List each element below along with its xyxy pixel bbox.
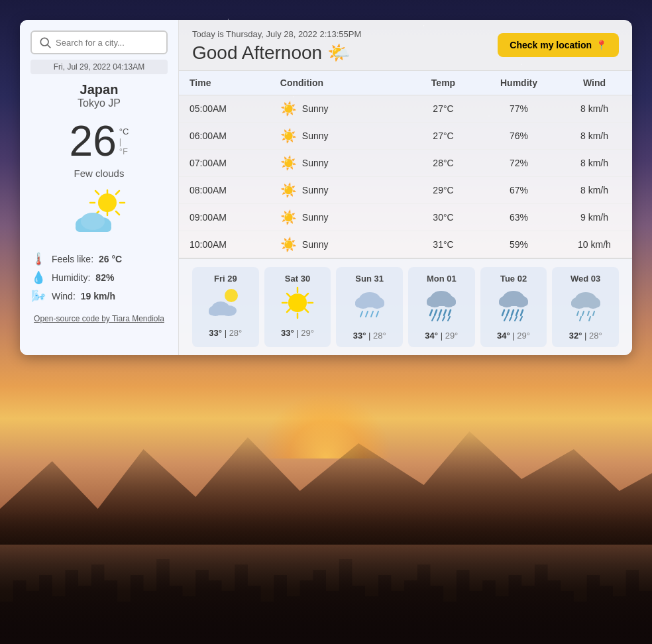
hourly-wind: 8 km/h	[557, 95, 632, 123]
city-name: Tokyo JP	[78, 97, 121, 109]
forecast-high: 33°	[209, 328, 222, 338]
temp-separator: |	[441, 331, 445, 341]
check-location-button[interactable]: Check my location 📍	[498, 33, 619, 57]
svg-line-35	[366, 311, 368, 317]
svg-line-57	[512, 310, 514, 315]
humidity-stat: 💧 Humidity: 82%	[30, 270, 168, 285]
forecast-card: Sat 30 33° | 29°	[264, 267, 331, 347]
hourly-condition: ☀️ Sunny	[270, 231, 406, 258]
forecast-low: 29°	[445, 331, 459, 341]
right-panel: Today is Thursday, July 28, 2022 2:13:55…	[179, 20, 632, 355]
svg-line-45	[444, 310, 446, 315]
svg-line-8	[116, 211, 119, 215]
hourly-temp: 29°C	[406, 177, 481, 204]
search-container[interactable]	[30, 30, 168, 54]
forecast-day-label: Mon 01	[427, 274, 457, 284]
svg-point-0	[40, 38, 48, 46]
condition-icon: ☀️	[280, 237, 297, 252]
hourly-row: 09:00AM ☀️ Sunny 30°C 63% 9 km/h	[179, 204, 632, 231]
svg-line-49	[443, 317, 445, 321]
city-silhouette	[0, 511, 652, 644]
hourly-time: 10:00AM	[179, 231, 270, 258]
hourly-row: 07:00AM ☀️ Sunny 28°C 72% 8 km/h	[179, 150, 632, 177]
hourly-temp: 27°C	[406, 123, 481, 150]
right-header: Today is Thursday, July 28, 2022 2:13:55…	[179, 20, 632, 70]
hourly-time: 06:00AM	[179, 123, 270, 150]
temperature-value: 26	[70, 120, 117, 162]
svg-line-50	[448, 317, 450, 321]
forecast-day-label: Sun 31	[355, 274, 384, 284]
col-header-time: Time	[179, 71, 270, 95]
hourly-time: 09:00AM	[179, 204, 270, 231]
attribution-link[interactable]: Open-source code by Tiara Mendiola	[34, 314, 164, 323]
forecast-day-label: Tue 02	[500, 274, 527, 284]
svg-line-70	[588, 311, 589, 315]
humidity-label: Humidity:	[52, 272, 90, 283]
condition-text: Sunny	[302, 158, 329, 168]
hourly-condition: ☀️ Sunny	[270, 177, 406, 204]
hourly-row: 08:00AM ☀️ Sunny 29°C 67% 8 km/h	[179, 177, 632, 204]
condition-text: Sunny	[302, 239, 329, 250]
col-header-condition: Condition	[270, 71, 406, 95]
unit-separator: |	[119, 136, 129, 146]
svg-line-44	[439, 310, 441, 315]
datetime-badge: Fri, Jul 29, 2022 04:13AM	[30, 60, 168, 74]
hourly-condition: ☀️ Sunny	[270, 95, 406, 123]
feels-like-value: 26 °C	[99, 254, 122, 264]
svg-point-15	[81, 213, 105, 230]
forecast-high: 34°	[425, 331, 438, 341]
search-icon	[38, 36, 52, 49]
svg-line-37	[376, 311, 378, 317]
svg-line-26	[287, 294, 290, 297]
svg-line-9	[116, 191, 119, 194]
greeting-area: Today is Thursday, July 28, 2022 2:13:55…	[192, 29, 361, 64]
hourly-humidity: 59%	[481, 231, 557, 258]
forecast-card: Fri 29 33° | 28°	[192, 267, 259, 347]
forecast-high: 33°	[281, 328, 294, 338]
svg-line-58	[516, 310, 518, 315]
svg-line-48	[437, 317, 439, 321]
svg-rect-41	[427, 299, 456, 306]
condition-icon: ☀️	[280, 101, 297, 117]
wind-stat: 🌬️ Wind: 19 km/h	[30, 289, 168, 303]
svg-line-47	[432, 317, 434, 321]
stats-panel: 🌡️ Feels like: 26 °C 💧 Humidity: 82% 🌬️ …	[30, 252, 168, 303]
svg-line-61	[510, 317, 512, 321]
svg-line-46	[449, 310, 451, 315]
svg-rect-20	[209, 309, 235, 315]
temp-separator: |	[368, 331, 373, 341]
hourly-condition: ☀️ Sunny	[270, 150, 406, 177]
svg-point-21	[288, 294, 307, 312]
condition-text: Sunny	[302, 212, 329, 223]
celsius-unit[interactable]: °C	[119, 127, 129, 136]
condition-text: Sunny	[302, 131, 329, 141]
forecast-weather-icon	[207, 286, 243, 325]
forecast-temps: 34° | 29°	[497, 331, 530, 341]
hourly-temp: 27°C	[406, 95, 481, 123]
svg-line-36	[371, 311, 373, 317]
svg-line-69	[582, 311, 584, 315]
forecast-high: 34°	[497, 331, 510, 341]
forecast-temps: 33° | 28°	[209, 328, 242, 338]
daily-forecast-strip: Fri 29 33° | 28° Sat 30 33° | 29° Sun 31	[179, 258, 632, 355]
hourly-humidity: 63%	[481, 204, 557, 231]
hourly-wind: 8 km/h	[557, 150, 632, 177]
condition-icon: ☀️	[280, 155, 297, 171]
forecast-low: 29°	[301, 328, 314, 338]
forecast-temps: 32° | 28°	[569, 331, 602, 341]
fahrenheit-unit[interactable]: °F	[119, 146, 129, 156]
forecast-weather-icon	[496, 286, 531, 328]
left-panel: Fri, Jul 29, 2022 04:13AM Japan Tokyo JP…	[20, 20, 179, 355]
forecast-low: 28°	[229, 328, 243, 338]
greeting-text: Good Afternoon 🌤️	[192, 42, 361, 64]
hourly-temp: 31°C	[406, 231, 481, 258]
feels-like-label: Feels like:	[52, 254, 93, 264]
search-input[interactable]	[56, 38, 167, 48]
svg-line-1	[48, 45, 51, 48]
hourly-humidity: 72%	[481, 150, 557, 177]
hourly-wind: 9 km/h	[557, 204, 632, 231]
temp-separator: |	[584, 331, 589, 341]
svg-line-7	[95, 191, 99, 194]
forecast-day-label: Sat 30	[285, 274, 310, 284]
forecast-temps: 33° | 29°	[281, 328, 314, 338]
